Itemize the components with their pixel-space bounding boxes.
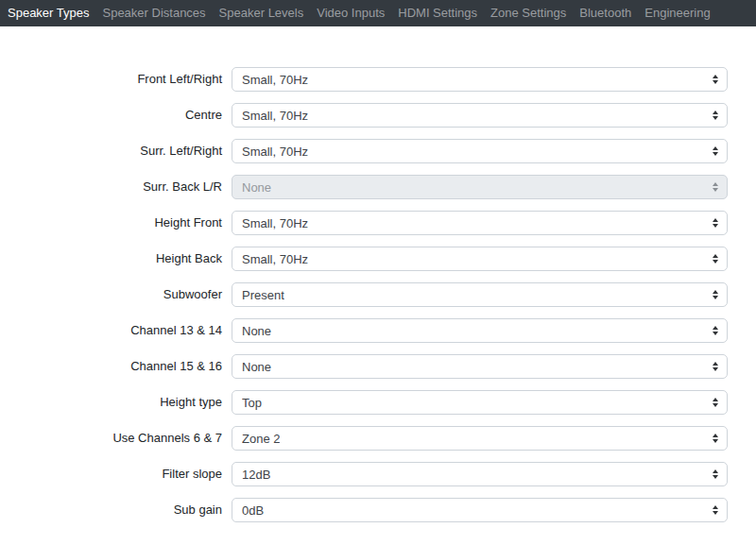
select-sub-gain[interactable]: 0dB [232, 498, 728, 522]
form-row: Surr. Back L/R None [14, 175, 728, 199]
select-centre[interactable]: Small, 70Hz [232, 103, 728, 128]
updown-arrows-icon [713, 326, 718, 335]
form-row: Filter slope 12dB [14, 462, 728, 486]
select-value: None [242, 360, 271, 374]
field-label-sub-gain: Sub gain [14, 498, 222, 522]
form-row: Surr. Left/Right Small, 70Hz [14, 139, 728, 163]
nav-tab-speaker-types[interactable]: Speaker Types [1, 0, 95, 26]
form-row: Subwoofer Present [14, 282, 728, 307]
field-label-filter-slope: Filter slope [14, 462, 222, 486]
form-row: Height type Top [14, 390, 728, 415]
select-value: Small, 70Hz [242, 252, 308, 266]
form-row: Height Front Small, 70Hz [14, 211, 728, 235]
select-value: None [242, 180, 271, 195]
select-value: None [242, 324, 271, 338]
updown-arrows-icon [713, 434, 718, 443]
select-filter-slope[interactable]: 12dB [232, 462, 728, 486]
updown-arrows-icon [713, 218, 718, 228]
updown-arrows-icon [713, 111, 718, 120]
field-label-channel-15-16: Channel 15 & 16 [14, 354, 222, 379]
form-row: Front Left/Right Small, 70Hz [14, 67, 728, 92]
select-height-front[interactable]: Small, 70Hz [232, 211, 728, 235]
nav-tab-zone-settings[interactable]: Zone Settings [484, 0, 573, 26]
form-row: Use Channels 6 & 7 Zone 2 [14, 426, 728, 451]
updown-arrows-icon [713, 469, 718, 479]
form-row: Channel 13 & 14 None [14, 318, 728, 343]
field-label-channel-13-14: Channel 13 & 14 [14, 318, 222, 343]
select-value: Small, 70Hz [242, 73, 308, 87]
select-channel-13-14[interactable]: None [232, 318, 728, 343]
select-subwoofer[interactable]: Present [232, 282, 728, 307]
select-front-left-right[interactable]: Small, 70Hz [232, 67, 728, 92]
select-height-type[interactable]: Top [232, 390, 728, 415]
form-row: Sub gain 0dB [14, 498, 728, 522]
form-row: Channel 15 & 16 None [14, 354, 728, 379]
nav-tab-engineering[interactable]: Engineering [638, 0, 716, 26]
updown-arrows-icon [713, 505, 718, 515]
updown-arrows-icon [713, 290, 718, 299]
select-value: Zone 2 [242, 432, 280, 446]
speaker-settings-page: { "nav": { "items": [ {"label": "Speaker… [0, 0, 756, 545]
nav-tab-hdmi-settings[interactable]: HDMI Settings [391, 0, 484, 26]
updown-arrows-icon [713, 146, 718, 156]
field-label-front-left-right: Front Left/Right [14, 67, 222, 92]
updown-arrows-icon [713, 182, 718, 192]
select-height-back[interactable]: Small, 70Hz [232, 247, 728, 271]
field-label-height-front: Height Front [14, 211, 222, 235]
nav-tab-video-inputs[interactable]: Video Inputs [310, 0, 391, 26]
select-value: Present [242, 288, 284, 302]
field-label-surr-left-right: Surr. Left/Right [14, 139, 222, 163]
field-label-height-back: Height Back [14, 247, 222, 271]
field-label-subwoofer: Subwoofer [14, 282, 222, 307]
select-channel-15-16[interactable]: None [232, 354, 728, 379]
select-value: Small, 70Hz [242, 216, 308, 230]
select-value: 0dB [242, 503, 264, 518]
select-value: Small, 70Hz [242, 109, 308, 123]
field-label-height-type: Height type [14, 390, 222, 415]
select-value: 12dB [242, 468, 270, 482]
select-surr-left-right[interactable]: Small, 70Hz [232, 139, 728, 163]
field-label-centre: Centre [14, 103, 222, 128]
nav-tab-bluetooth[interactable]: Bluetooth [573, 0, 638, 26]
form-row: Centre Small, 70Hz [14, 103, 728, 128]
select-value: Top [242, 396, 262, 410]
speaker-types-form: Front Left/Right Small, 70Hz Centre Smal… [0, 26, 756, 545]
top-navbar: Speaker TypesSpeaker DistancesSpeaker Le… [0, 0, 756, 26]
select-value: Small, 70Hz [242, 145, 308, 159]
updown-arrows-icon [713, 75, 718, 84]
nav-tab-speaker-levels[interactable]: Speaker Levels [213, 0, 311, 26]
field-label-use-channels-6-7: Use Channels 6 & 7 [14, 426, 222, 451]
updown-arrows-icon [713, 362, 718, 371]
updown-arrows-icon [713, 254, 718, 264]
updown-arrows-icon [713, 398, 718, 407]
nav-tab-speaker-distances[interactable]: Speaker Distances [95, 0, 212, 26]
form-row: Height Back Small, 70Hz [14, 247, 728, 271]
select-surr-back-l-r: None [232, 175, 728, 199]
field-label-surr-back-l-r: Surr. Back L/R [14, 175, 222, 199]
select-use-channels-6-7[interactable]: Zone 2 [232, 426, 728, 451]
